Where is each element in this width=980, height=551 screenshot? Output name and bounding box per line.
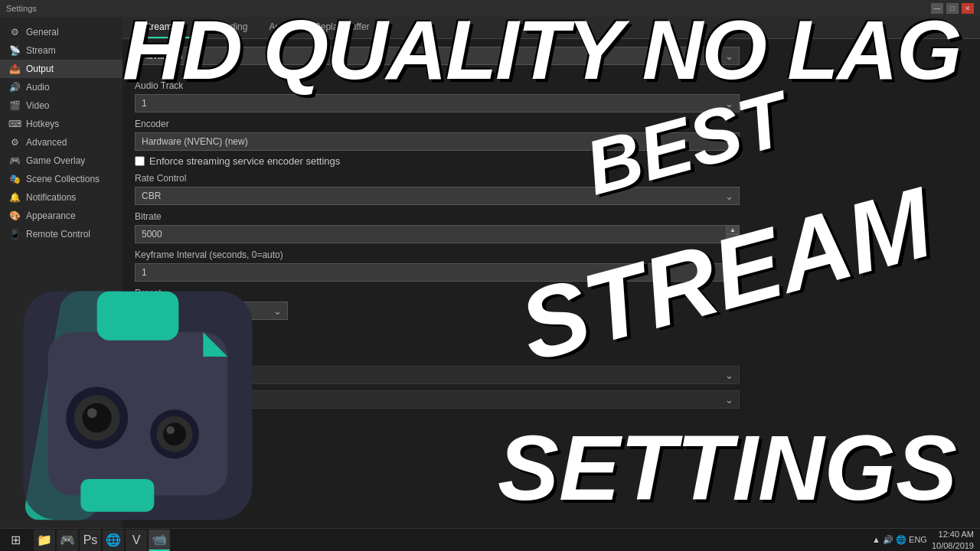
extra-wrapper-1 [135,390,740,409]
window-title: Settings [6,4,37,13]
taskbar-photoshop[interactable]: Ps [80,530,101,551]
advanced-icon: ⚙ [9,137,20,148]
taskbar-right: ▲ 🔊 🌐 ENG 12:40 AM 10/08/2019 [872,529,980,551]
sidebar-label-remote-control: Remote Control [26,229,90,240]
clock-time: 12:40 AM [932,529,974,540]
extra-section-1 [135,390,968,409]
bitrate-spin-buttons: ▲ ▼ [726,225,740,243]
hotkeys-icon: ⌨ [9,119,20,129]
keyframe-wrapper: ▲ ▼ [135,263,740,282]
clock-date: 10/08/2019 [932,540,974,551]
output-mode-row: Advanced Simple [122,39,980,70]
sidebar-item-video[interactable]: 🎬 Video [0,96,122,115]
taskbar-tray: ▲ 🔊 🌐 ENG [872,535,927,545]
sidebar-item-game-overlay[interactable]: 🎮 Game Overlay [0,152,122,170]
sidebar-label-notifications: Notifications [26,192,76,203]
window-controls[interactable]: — □ ✕ [931,3,974,14]
bitrate-input[interactable] [135,225,740,243]
keyframe-up-button[interactable]: ▲ [726,263,740,272]
sidebar-label-output: Output [26,64,54,74]
preset-label: Preset [135,288,968,298]
sidebar-label-game-overlay: Game Overlay [26,155,85,166]
sidebar-label-general: General [26,27,59,37]
encoder-wrapper: Hardware (NVENC) (new) Software (x264) H… [135,132,740,151]
extra-select-1[interactable] [135,390,740,409]
tab-recording[interactable]: Recording [195,17,259,38]
rate-control-select[interactable]: CBR VBR CQP Lossless [135,187,740,205]
tab-streaming[interactable]: Streaming [132,17,195,38]
taskbar: ⊞ 📁 🎮 Ps 🌐 V 📹 ▲ 🔊 🌐 ENG 12:40 AM 10/08/… [0,528,980,551]
sidebar-item-appearance[interactable]: 🎨 Appearance [0,207,122,225]
scene-collections-icon: 🎭 [9,174,20,184]
audio-track-wrapper: 1 2 3 4 5 6 [135,94,740,112]
taskbar-time: 12:40 AM 10/08/2019 [932,529,974,551]
appearance-icon: 🎨 [9,210,20,221]
sidebar-label-scene-collections: Scene Collections [26,174,100,184]
keyframe-label: Keyframe Interval (seconds, 0=auto) [135,249,968,260]
sidebar-item-general[interactable]: ⚙ General [0,23,122,41]
taskbar-v[interactable]: V [126,530,147,551]
taskbar-explorer[interactable]: 📁 [34,530,55,551]
keyframe-spin-buttons: ▲ ▼ [726,263,740,282]
title-bar: Settings — □ ✕ [0,0,980,17]
general-icon: ⚙ [9,27,20,37]
profile-section [135,366,968,384]
sidebar-label-advanced: Advanced [26,137,67,148]
start-button[interactable]: ⊞ [0,529,31,552]
preset-select[interactable]: Quality Max Quality Performance Low Late… [135,302,288,320]
taskbar-apps: 📁 🎮 Ps 🌐 V 📹 [31,530,173,551]
sidebar-item-remote-control[interactable]: 📱 Remote Control [0,225,122,243]
profile-wrapper [135,366,740,384]
encoder-label: Encoder [135,119,968,129]
sidebar-label-appearance: Appearance [26,210,76,221]
audio-track-label: Audio Track [135,80,968,91]
content-area: Streaming Recording Audio Replay Buffer … [122,17,980,551]
sidebar-item-advanced[interactable]: ⚙ Advanced [0,133,122,152]
taskbar-obs[interactable]: 📹 [149,530,170,551]
maximize-button[interactable]: □ [946,3,959,14]
bitrate-label: Bitrate [135,211,968,222]
video-icon: 🎬 [9,100,20,111]
tab-replay-buffer[interactable]: Replay Buffer [303,17,381,38]
rate-control-label: Rate Control [135,173,968,184]
enforce-encoder-checkbox[interactable] [135,156,145,166]
app-container: ⚙ General 📡 Stream 📤 Output 🔊 Audio 🎬 Vi… [0,17,980,551]
sidebar: ⚙ General 📡 Stream 📤 Output 🔊 Audio 🎬 Vi… [0,17,122,551]
enforce-encoder-row: Enforce streaming service encoder settin… [135,155,968,167]
profile-select[interactable] [135,366,740,384]
tab-audio[interactable]: Audio [258,17,303,38]
notifications-icon: 🔔 [9,192,20,203]
enforce-encoder-label: Enforce streaming service encoder settin… [149,155,340,167]
taskbar-chrome[interactable]: 🌐 [103,530,124,551]
keyframe-down-button[interactable]: ▼ [726,272,740,282]
taskbar-app2[interactable]: 🎮 [57,530,78,551]
output-mode-select[interactable]: Advanced Simple [135,47,740,65]
minimize-button[interactable]: — [931,3,943,14]
bitrate-up-button[interactable]: ▲ [726,225,740,234]
stream-icon: 📡 [9,45,20,56]
audio-track-select[interactable]: 1 2 3 4 5 6 [135,94,740,112]
bitrate-wrapper: ▲ ▼ [135,225,740,243]
sidebar-item-audio[interactable]: 🔊 Audio [0,78,122,96]
sidebar-item-hotkeys[interactable]: ⌨ Hotkeys [0,115,122,133]
sidebar-item-output[interactable]: 📤 Output [0,60,122,78]
sidebar-label-audio: Audio [26,82,50,93]
tab-bar: Streaming Recording Audio Replay Buffer [122,17,980,39]
audio-track-section: Audio Track 1 2 3 4 5 6 Encoder Hardware… [122,70,980,413]
remote-control-icon: 📱 [9,229,20,240]
sidebar-label-hotkeys: Hotkeys [26,119,59,129]
sidebar-item-stream[interactable]: 📡 Stream [0,41,122,60]
sidebar-label-video: Video [26,100,49,111]
audio-icon: 🔊 [9,82,20,93]
rate-control-wrapper: CBR VBR CQP Lossless [135,187,740,205]
close-button[interactable]: ✕ [962,3,974,14]
preset-wrapper: Quality Max Quality Performance Low Late… [135,302,288,320]
sidebar-label-stream: Stream [26,45,56,56]
sidebar-item-scene-collections[interactable]: 🎭 Scene Collections [0,170,122,188]
keyframe-input[interactable] [135,263,740,282]
encoder-select[interactable]: Hardware (NVENC) (new) Software (x264) H… [135,132,740,151]
bitrate-down-button[interactable]: ▼ [726,234,740,243]
sidebar-item-notifications[interactable]: 🔔 Notifications [0,188,122,207]
output-icon: 📤 [9,64,20,74]
game-overlay-icon: 🎮 [9,155,20,166]
